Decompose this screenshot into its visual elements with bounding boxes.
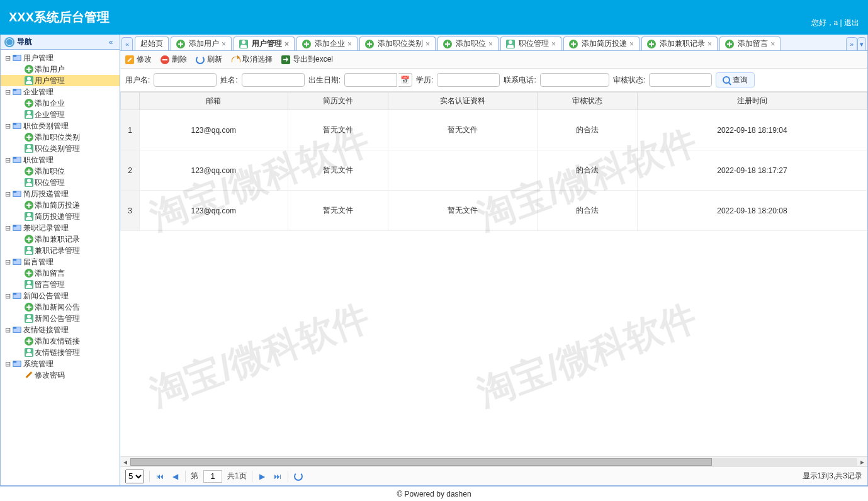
cell-resume: 暂无文件 (288, 150, 388, 191)
page-size-select[interactable]: 5 (125, 470, 144, 483)
tree-leaf[interactable]: 职位管理 (1, 177, 120, 188)
tree-leaf[interactable]: 添加职位 (1, 166, 120, 177)
tree-leaf[interactable]: 添加企业 (1, 98, 120, 109)
tree-leaf[interactable]: 简历投递管理 (1, 211, 120, 222)
delete-button[interactable]: 删除 (161, 54, 187, 65)
tree-leaf[interactable]: 友情链接管理 (1, 347, 120, 358)
close-icon[interactable]: × (551, 40, 556, 48)
tree-group[interactable]: ⊟简历投递管理 (1, 188, 120, 200)
logout-link[interactable]: 退出 (844, 18, 859, 27)
tree-leaf[interactable]: 留言管理 (1, 279, 120, 290)
expander-icon[interactable]: ⊟ (3, 256, 12, 267)
column-header[interactable]: 邮箱 (140, 93, 288, 110)
edu-input[interactable] (437, 73, 500, 87)
tree-group[interactable]: ⊟用户管理 (1, 52, 120, 64)
phone-input[interactable] (540, 73, 609, 87)
expander-icon[interactable]: ⊟ (3, 222, 12, 234)
tree-leaf[interactable]: 添加友情链接 (1, 335, 120, 347)
expander-icon[interactable]: ⊟ (3, 154, 12, 166)
pager-refresh-button[interactable] (293, 471, 303, 481)
last-page-button[interactable]: ⏭ (273, 471, 283, 481)
tab-scroll-left[interactable]: « (121, 37, 133, 51)
tab[interactable]: 添加留言× (719, 37, 781, 50)
expander-icon[interactable]: ⊟ (3, 120, 12, 132)
edit-button[interactable]: 修改 (125, 54, 152, 65)
tree-leaf[interactable]: 企业管理 (1, 109, 120, 120)
close-icon[interactable]: × (285, 40, 289, 48)
tree-group[interactable]: ⊟企业管理 (1, 86, 120, 98)
edu-label: 学历: (416, 75, 433, 86)
tree-leaf[interactable]: 用户管理 (1, 75, 120, 86)
column-header[interactable]: 简历文件 (288, 93, 388, 110)
tree-group[interactable]: ⊟新闻公告管理 (1, 290, 120, 301)
expander-icon[interactable]: ⊟ (3, 188, 12, 200)
tree-leaf[interactable]: 添加简历投递 (1, 200, 120, 211)
tree-leaf[interactable]: 兼职记录管理 (1, 245, 120, 256)
tree-leaf[interactable]: 添加职位类别 (1, 132, 120, 143)
table-row[interactable]: 1123@qq.com暂无文件暂无文件的合法2022-09-18 18:19:0… (121, 110, 867, 150)
tree-group[interactable]: ⊟兼职记录管理 (1, 222, 120, 234)
expander-icon[interactable]: ⊟ (3, 86, 12, 98)
scroll-right-icon[interactable]: ▸ (857, 458, 867, 466)
tab[interactable]: 添加职位类别× (359, 37, 436, 50)
tree-leaf[interactable]: 新闻公告管理 (1, 313, 120, 324)
tab-menu[interactable]: ▾ (857, 37, 866, 51)
row-number: 1 (121, 110, 140, 150)
prev-page-button[interactable]: ◀ (170, 471, 180, 481)
close-icon[interactable]: × (426, 40, 430, 48)
birth-input[interactable] (344, 73, 397, 87)
table-row[interactable]: 3123@qq.com暂无文件暂无文件的合法2022-09-18 18:20:0… (121, 191, 867, 231)
tree-leaf[interactable]: 职位类别管理 (1, 143, 120, 154)
close-icon[interactable]: × (629, 40, 634, 48)
tab[interactable]: 职位管理× (500, 37, 561, 50)
export-excel-button[interactable]: 导出到excel (281, 54, 333, 65)
realname-input[interactable] (242, 73, 305, 87)
tree-leaf[interactable]: 添加新闻公告 (1, 301, 120, 313)
table-row[interactable]: 2123@qq.com暂无文件的合法2022-09-18 18:17:27 (121, 150, 867, 191)
calendar-icon[interactable]: 📅 (398, 73, 412, 87)
person-icon (25, 144, 33, 153)
tree-leaf-label: 职位类别管理 (35, 143, 80, 154)
tab[interactable]: 添加用户× (171, 37, 232, 50)
cancel-select-button[interactable]: 取消选择 (231, 54, 273, 65)
column-header[interactable]: 实名认证资料 (388, 93, 537, 110)
tab-scroll-right[interactable]: » (846, 37, 857, 51)
page-number-input[interactable] (203, 470, 222, 483)
tab[interactable]: 用户管理× (234, 37, 295, 50)
expander-icon[interactable]: ⊟ (3, 52, 12, 64)
tree-group[interactable]: ⊟职位管理 (1, 154, 120, 166)
expander-icon[interactable]: ⊟ (3, 290, 12, 301)
close-icon[interactable]: × (770, 40, 775, 48)
tab[interactable]: 添加企业× (296, 37, 358, 50)
refresh-button[interactable]: 刷新 (196, 54, 222, 65)
tree-leaf[interactable]: 添加留言 (1, 267, 120, 279)
tree-group[interactable]: ⊟留言管理 (1, 256, 120, 267)
tree-group[interactable]: ⊟友情链接管理 (1, 324, 120, 335)
tree-leaf[interactable]: 修改密码 (1, 369, 120, 381)
audit-input[interactable] (649, 73, 712, 87)
sidebar-collapse-icon[interactable]: « (106, 37, 116, 47)
tree-leaf[interactable]: 添加用户 (1, 64, 120, 75)
column-header[interactable]: 注册时间 (637, 93, 867, 110)
first-page-button[interactable]: ⏮ (155, 471, 165, 481)
search-button[interactable]: 查询 (716, 72, 755, 87)
close-icon[interactable]: × (707, 40, 712, 48)
tree-group[interactable]: ⊟系统管理 (1, 358, 120, 369)
tab[interactable]: 起始页 (135, 37, 169, 50)
expander-icon[interactable]: ⊟ (3, 358, 12, 369)
tree-group-label: 职位类别管理 (23, 120, 69, 132)
column-header[interactable]: 审核状态 (537, 93, 637, 110)
tree-group[interactable]: ⊟职位类别管理 (1, 120, 120, 132)
close-icon[interactable]: × (488, 40, 493, 48)
horizontal-scrollbar[interactable]: ◂ ▸ (120, 456, 867, 466)
next-page-button[interactable]: ▶ (257, 471, 268, 481)
tree-leaf[interactable]: 添加兼职记录 (1, 234, 120, 245)
scroll-left-icon[interactable]: ◂ (120, 458, 130, 466)
close-icon[interactable]: × (222, 40, 226, 48)
username-input[interactable] (154, 73, 217, 87)
expander-icon[interactable]: ⊟ (3, 324, 12, 335)
tab[interactable]: 添加职位× (437, 37, 499, 50)
close-icon[interactable]: × (347, 40, 352, 48)
tab[interactable]: 添加兼职记录× (641, 37, 718, 50)
tab[interactable]: 添加简历投递× (563, 37, 640, 50)
